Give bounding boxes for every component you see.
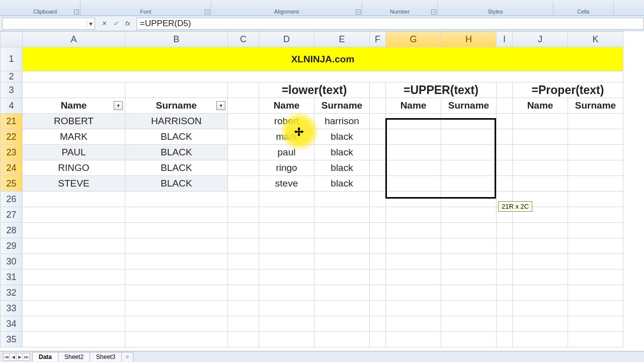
cell[interactable] <box>125 82 228 98</box>
header-surname-H[interactable]: Surname <box>441 98 497 114</box>
cell[interactable] <box>370 129 386 145</box>
row-header-27[interactable]: 27 <box>1 207 23 223</box>
cell[interactable] <box>513 160 568 176</box>
section-formula-lower[interactable]: =lower(text) <box>259 82 370 98</box>
formula-input[interactable]: =UPPER(D5) <box>136 18 644 30</box>
cell-E24[interactable]: black <box>314 160 370 176</box>
cell[interactable] <box>228 145 259 160</box>
header-name-D[interactable]: Name <box>259 98 314 114</box>
cell[interactable] <box>370 98 386 114</box>
fx-icon[interactable]: fx <box>122 18 133 29</box>
cell-G25[interactable] <box>386 176 441 192</box>
cell-G21[interactable] <box>386 114 441 129</box>
cell-D22[interactable]: mark <box>259 129 314 145</box>
cell-H23[interactable] <box>441 145 497 160</box>
dialog-launcher-icon[interactable]: ↘ <box>356 10 361 15</box>
row-header-33[interactable]: 33 <box>1 301 23 316</box>
header-surname-E[interactable]: Surname <box>314 98 370 114</box>
cell[interactable] <box>513 145 568 160</box>
name-box[interactable]: ▾ <box>2 18 95 30</box>
cell[interactable] <box>228 114 259 129</box>
row-header-32[interactable]: 32 <box>1 285 23 301</box>
cell-H25[interactable] <box>441 176 497 192</box>
cell[interactable] <box>568 129 623 145</box>
cell-H24[interactable] <box>441 160 497 176</box>
cell[interactable] <box>370 160 386 176</box>
dialog-launcher-icon[interactable]: ↘ <box>431 10 436 15</box>
cell[interactable] <box>370 82 386 98</box>
row-header-4[interactable]: 4 <box>1 98 23 114</box>
header-name-A[interactable]: Name▾ <box>23 98 125 114</box>
cell-A21[interactable]: ROBERT <box>23 114 125 129</box>
cell-E22[interactable]: black <box>314 129 370 145</box>
cell-G22[interactable] <box>386 129 441 145</box>
cell[interactable] <box>568 114 623 129</box>
col-header-I[interactable]: I <box>497 32 513 47</box>
dialog-launcher-icon[interactable]: ↘ <box>74 10 79 15</box>
row-header-24[interactable]: 24 <box>1 160 23 176</box>
cell-A24[interactable]: RINGO <box>23 160 125 176</box>
cell[interactable] <box>228 176 259 192</box>
col-header-B[interactable]: B <box>125 32 228 47</box>
cell-D24[interactable]: ringo <box>259 160 314 176</box>
dialog-launcher-icon[interactable]: ↘ <box>205 10 210 15</box>
row-header-23[interactable]: 23 <box>1 145 23 160</box>
cell[interactable] <box>23 71 623 82</box>
cell[interactable] <box>497 160 513 176</box>
row-header-28[interactable]: 28 <box>1 223 23 238</box>
cell[interactable] <box>497 98 513 114</box>
row-header-35[interactable]: 35 <box>1 332 23 347</box>
cell-H21[interactable] <box>441 114 497 129</box>
col-header-D[interactable]: D <box>259 32 314 47</box>
cell-A25[interactable]: STEVE <box>23 176 125 192</box>
cell[interactable] <box>370 114 386 129</box>
cell[interactable] <box>228 129 259 145</box>
cell-B21[interactable]: HARRISON <box>125 114 228 129</box>
cell-D25[interactable]: steve <box>259 176 314 192</box>
cell[interactable] <box>568 176 623 192</box>
col-header-K[interactable]: K <box>568 32 623 47</box>
row-header-1[interactable]: 1 <box>1 47 23 71</box>
cell-H22[interactable] <box>441 129 497 145</box>
cell[interactable] <box>497 82 513 98</box>
cell-E23[interactable]: black <box>314 145 370 160</box>
row-header-2[interactable]: 2 <box>1 71 23 82</box>
filter-dropdown-icon[interactable]: ▾ <box>114 101 123 110</box>
header-name-G[interactable]: Name <box>386 98 441 114</box>
cell[interactable] <box>370 176 386 192</box>
cell[interactable] <box>513 114 568 129</box>
row-header-31[interactable]: 31 <box>1 269 23 285</box>
col-header-E[interactable]: E <box>314 32 370 47</box>
col-header-G[interactable]: G <box>386 32 441 47</box>
filter-dropdown-icon[interactable]: ▾ <box>216 101 225 110</box>
cell[interactable] <box>568 160 623 176</box>
cell-G24[interactable] <box>386 160 441 176</box>
cell-B25[interactable]: BLACK <box>125 176 228 192</box>
cell-A22[interactable]: MARK <box>23 129 125 145</box>
cell[interactable] <box>513 129 568 145</box>
cell-E21[interactable]: harrison <box>314 114 370 129</box>
cell[interactable] <box>568 145 623 160</box>
cell[interactable] <box>497 114 513 129</box>
cell[interactable] <box>497 129 513 145</box>
name-box-dropdown-icon[interactable]: ▾ <box>87 20 95 28</box>
cell[interactable] <box>228 82 259 98</box>
enter-formula-icon[interactable]: ✓ <box>110 18 121 29</box>
header-surname-B[interactable]: Surname▾ <box>125 98 228 114</box>
col-header-A[interactable]: A <box>23 32 125 47</box>
row-header-29[interactable]: 29 <box>1 238 23 254</box>
cell-B23[interactable]: BLACK <box>125 145 228 160</box>
row-header-3[interactable]: 3 <box>1 82 23 98</box>
cell[interactable] <box>497 176 513 192</box>
cancel-formula-icon[interactable]: ✕ <box>98 18 109 29</box>
cell[interactable] <box>370 145 386 160</box>
cell[interactable] <box>23 82 125 98</box>
col-header-C[interactable]: C <box>228 32 259 47</box>
cell-B22[interactable]: BLACK <box>125 129 228 145</box>
row-header-25[interactable]: 25 <box>1 176 23 192</box>
row-header-26[interactable]: 26 <box>1 192 23 207</box>
col-header-J[interactable]: J <box>513 32 568 47</box>
row-header-34[interactable]: 34 <box>1 316 23 332</box>
cell[interactable] <box>228 160 259 176</box>
spreadsheet-grid[interactable]: A B C D E F G H I J K 1 XLNINJA.com 2 3 … <box>0 31 644 347</box>
